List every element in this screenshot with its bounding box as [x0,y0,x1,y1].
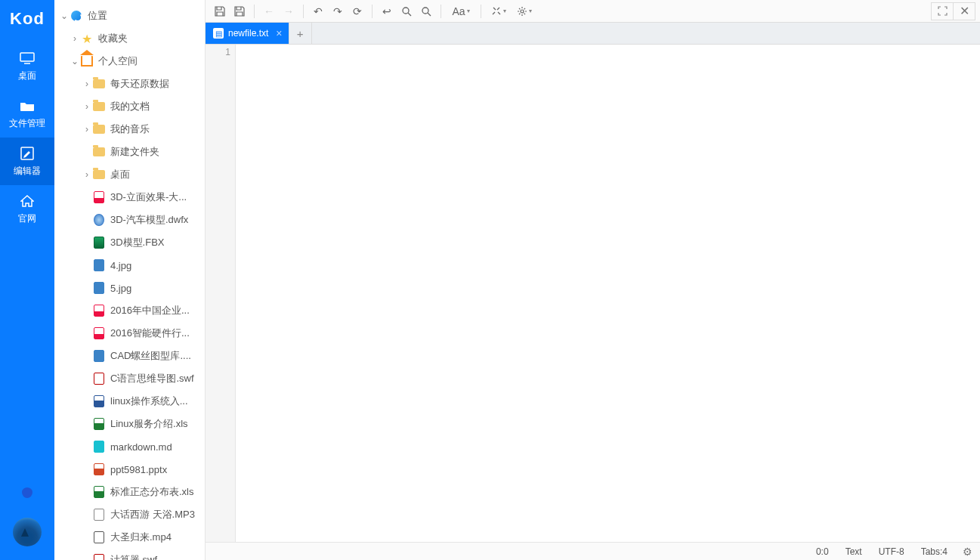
file-icon [92,326,106,340]
settings-button[interactable]: ▾ [512,2,537,20]
rail-item-web[interactable]: 官网 [0,185,54,233]
tab-newfile[interactable]: ▤ newfile.txt × [206,23,289,44]
rail-item-desktop[interactable]: 桌面 [0,42,54,90]
chevron-right-icon[interactable]: › [82,169,92,180]
tree-file[interactable]: 大圣归来.mp4 [56,526,205,549]
refresh-button[interactable]: ⟳ [348,2,367,20]
file-icon [92,190,106,204]
file-icon [92,236,106,249]
chevron-right-icon[interactable]: › [82,101,92,112]
revert-button[interactable]: ↩ [377,2,397,20]
tree-label: 每天还原数据 [110,77,200,91]
separator [254,5,255,18]
file-icon [92,553,106,560]
font-label: Aa [452,5,465,17]
undo-button[interactable]: ↶ [308,2,328,20]
file-icon [92,417,106,431]
file-icon [92,281,106,295]
tree-file[interactable]: 5.jpg [56,277,205,299]
status-position[interactable]: 0:0 [816,546,829,557]
close-icon[interactable]: × [276,27,282,39]
tree-label: 新建文件夹 [110,145,200,159]
chevron-down-icon: ▾ [529,8,532,14]
home-icon [0,193,54,209]
tree-folder[interactable]: ›我的文档 [56,95,205,118]
tree-file[interactable]: 3D-汽车模型.dwfx [56,209,205,231]
tree-label: 3D模型.FBX [110,236,200,249]
avatar[interactable] [13,518,42,546]
rail-item-editor[interactable]: 编辑器 [0,138,54,185]
file-icon: ▤ [213,28,224,39]
tree-label: 大话西游 天浴.MP3 [110,508,200,521]
search-all-button[interactable] [416,2,436,20]
tree-file[interactable]: Linux服务介绍.xls [56,413,205,435]
nav-forward-button[interactable]: → [279,2,298,20]
rail-label: 桌面 [0,70,54,82]
tab-add-button[interactable]: + [289,23,312,44]
tree-file[interactable]: 2016智能硬件行... [56,322,205,345]
tree-file[interactable]: 标准正态分布表.xls [56,481,205,503]
tree-label: 2016智能硬件行... [110,326,200,340]
editor-tabs: ▤ newfile.txt × + [206,23,980,45]
tree-label: C语言思维导图.swf [110,372,200,385]
tree-folder[interactable]: ›桌面 [56,163,205,186]
nav-back-button[interactable]: ← [259,2,279,20]
tools-button[interactable]: ▾ [486,2,512,20]
code-body[interactable] [236,45,980,542]
chevron-down-icon[interactable]: ⌄ [70,56,80,67]
status-syntax[interactable]: Text [846,546,862,557]
fullscreen-button[interactable] [931,2,954,20]
chevron-right-icon[interactable]: › [82,79,92,89]
tree-file[interactable]: 2016年中国企业... [56,299,205,322]
tree-file[interactable]: 3D模型.FBX [56,231,205,254]
chevron-right-icon[interactable]: › [70,33,80,44]
tree-favorites[interactable]: › ★ 收藏夹 [56,27,205,50]
tree-folder[interactable]: ›每天还原数据 [56,73,205,95]
gear-icon[interactable]: ⚙ [963,546,972,558]
tree-personal-space[interactable]: ⌄ 个人空间 [56,50,205,73]
chevron-right-icon[interactable]: › [82,124,92,135]
font-button[interactable]: Aa▾ [446,2,476,20]
home-folder-icon [80,54,94,68]
tree-file[interactable]: ppt5981.pptx [56,458,205,481]
redo-button[interactable]: ↷ [328,2,348,20]
folder-icon [92,100,106,113]
left-rail: Kod 桌面 文件管理 编辑器 官网 [0,0,54,560]
rail-item-files[interactable]: 文件管理 [0,90,54,138]
tree-file[interactable]: 计算器 swf [56,549,205,560]
tree-root-location[interactable]: ⌄ 位置 [56,5,205,27]
file-icon [92,213,106,227]
svg-point-3 [403,8,409,14]
close-button[interactable]: ✕ [953,2,975,20]
monitor-icon [0,50,54,67]
tree-label: ppt5981.pptx [110,464,200,475]
save-all-button[interactable] [230,2,249,20]
tree-file[interactable]: 大话西游 天浴.MP3 [56,503,205,526]
svg-line-6 [428,13,431,16]
file-icon [92,372,106,385]
folder-icon [92,77,106,91]
code-area[interactable]: 1 [206,45,980,542]
save-button[interactable] [210,2,230,20]
tree-file[interactable]: C语言思维导图.swf [56,367,205,390]
tree-folder[interactable]: ›我的音乐 [56,118,205,141]
rail-label: 文件管理 [0,117,54,130]
chevron-down-icon: ▾ [503,8,506,14]
file-icon [92,258,106,272]
bell-icon[interactable] [22,487,32,498]
search-button[interactable] [397,2,416,20]
folder-icon [0,97,54,114]
file-tree[interactable]: ⌄ 位置 › ★ 收藏夹 ⌄ 个人空间 ›每天还原数据›我的文档›我的音乐新建文… [54,0,206,560]
tree-file[interactable]: linux操作系统入... [56,390,205,413]
folder-icon [92,145,106,159]
tree-file[interactable]: 4.jpg [56,254,205,277]
status-tabs[interactable]: Tabs:4 [921,546,948,557]
tree-label: 个人空间 [98,54,200,68]
chevron-down-icon[interactable]: ⌄ [59,11,70,21]
tree-file[interactable]: CAD螺丝图型库.... [56,345,205,367]
tree-folder[interactable]: 新建文件夹 [56,141,205,163]
tree-file[interactable]: markdown.md [56,435,205,458]
tree-file[interactable]: 3D-立面效果-大... [56,186,205,209]
status-encoding[interactable]: UTF-8 [879,546,904,557]
tree-label: linux操作系统入... [110,394,200,408]
